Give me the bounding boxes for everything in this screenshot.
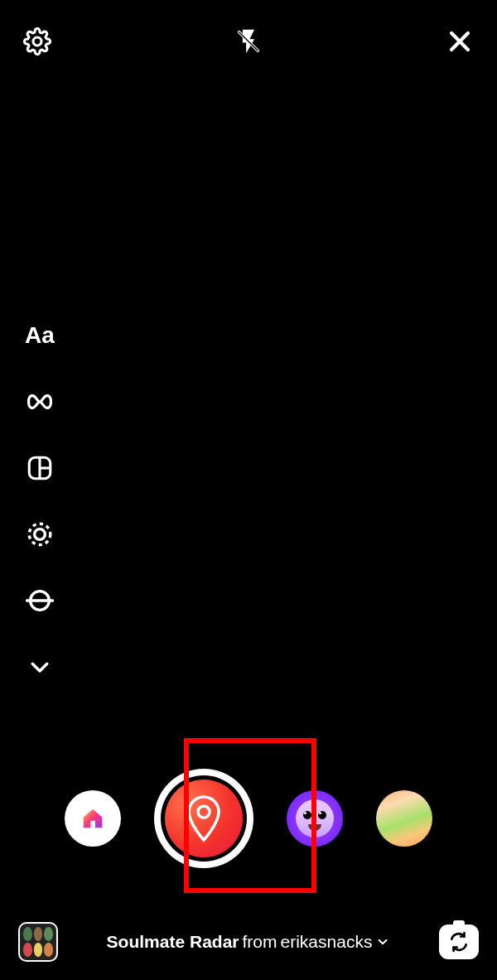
home-icon — [79, 804, 107, 833]
level-button[interactable] — [23, 584, 56, 617]
settings-button[interactable] — [21, 25, 54, 58]
filter-carousel[interactable] — [0, 769, 497, 868]
text-tool-button[interactable]: Aa — [23, 319, 56, 352]
switch-camera-button[interactable] — [439, 924, 479, 959]
effect-name-button[interactable]: Soulmate Radar from erikasnacks — [107, 932, 391, 952]
gallery-button[interactable] — [18, 922, 58, 962]
close-icon — [446, 27, 474, 56]
chevron-down-icon — [375, 934, 390, 949]
filter-gradient[interactable] — [376, 790, 432, 847]
dashed-circle-icon — [26, 520, 54, 548]
face-icon — [296, 799, 334, 838]
effect-creator: erikasnacks — [281, 932, 373, 952]
filter-home[interactable] — [65, 790, 121, 847]
close-button[interactable] — [443, 25, 476, 58]
infinity-icon — [25, 394, 55, 409]
effect-title: Soulmate Radar — [107, 932, 239, 952]
level-icon — [26, 587, 54, 615]
layout-button[interactable] — [23, 451, 56, 485]
chevron-down-icon — [27, 654, 52, 679]
flash-off-icon — [234, 27, 263, 56]
svg-point-7 — [29, 524, 51, 545]
layout-icon — [26, 454, 54, 482]
svg-point-11 — [198, 806, 210, 818]
svg-point-8 — [35, 529, 46, 540]
multicapture-button[interactable] — [23, 518, 56, 551]
location-pin-icon — [183, 794, 224, 843]
filter-face[interactable] — [287, 790, 343, 847]
boomerang-button[interactable] — [23, 385, 56, 418]
switch-camera-icon — [448, 931, 470, 953]
more-tools-button[interactable] — [23, 650, 56, 683]
gear-icon — [23, 27, 51, 56]
effect-separator: from — [243, 932, 277, 952]
flash-toggle-button[interactable] — [232, 25, 265, 58]
capture-button[interactable] — [154, 769, 253, 868]
side-tools: Aa — [23, 319, 56, 683]
